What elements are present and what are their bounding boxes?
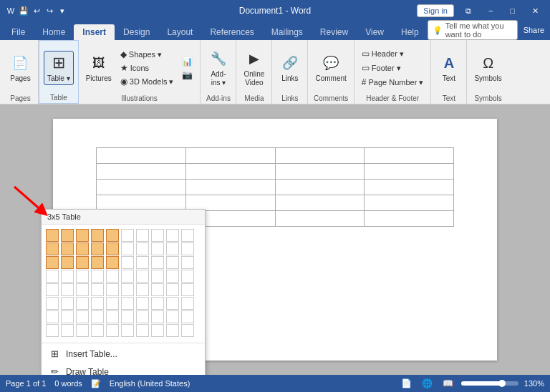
table-grid-cell[interactable] xyxy=(121,242,134,255)
tell-me-input[interactable]: 💡 Tell me what you want to do xyxy=(428,20,518,40)
table-grid-cell[interactable] xyxy=(106,310,119,323)
table-grid-cell[interactable] xyxy=(151,324,164,337)
links-button[interactable]: 🔗 Links xyxy=(277,52,303,84)
share-button[interactable]: Share xyxy=(524,26,544,34)
table-grid-cell[interactable] xyxy=(121,297,134,310)
table-grid-cell[interactable] xyxy=(136,256,149,269)
table-grid-cell[interactable] xyxy=(106,256,119,269)
table-grid-cell[interactable] xyxy=(76,297,89,310)
tab-insert[interactable]: Insert xyxy=(74,24,115,40)
table-grid-cell[interactable] xyxy=(91,283,104,296)
table-grid-cell[interactable] xyxy=(76,270,89,283)
tab-layout[interactable]: Layout xyxy=(158,24,201,40)
table-grid-cell[interactable] xyxy=(106,297,119,310)
sign-in-button[interactable]: Sign in xyxy=(417,4,454,17)
table-grid-cell[interactable] xyxy=(76,256,89,269)
table-grid-cell[interactable] xyxy=(61,324,74,337)
table-grid-cell[interactable] xyxy=(166,229,179,242)
tab-help[interactable]: Help xyxy=(392,24,428,40)
table-grid-cell[interactable] xyxy=(121,310,134,323)
table-grid-cell[interactable] xyxy=(46,297,59,310)
table-grid-cell[interactable] xyxy=(76,324,89,337)
table-grid-cell[interactable] xyxy=(76,283,89,296)
table-grid-cell[interactable] xyxy=(106,283,119,296)
table-grid-cell[interactable] xyxy=(151,229,164,242)
draw-table-item[interactable]: ✏ Draw Table xyxy=(42,363,205,375)
text-button[interactable]: A Text xyxy=(436,52,462,84)
table-grid-cell[interactable] xyxy=(76,229,89,242)
table-grid-cell[interactable] xyxy=(106,229,119,242)
table-grid-cell[interactable] xyxy=(181,229,194,242)
table-grid-cell[interactable] xyxy=(181,324,194,337)
maximize-button[interactable]: □ xyxy=(504,5,521,16)
table-grid-cell[interactable] xyxy=(46,242,59,255)
pages-button[interactable]: 📄 Pages xyxy=(7,52,33,84)
table-grid-cell[interactable] xyxy=(91,310,104,323)
table-grid-cell[interactable] xyxy=(136,297,149,310)
table-grid-cell[interactable] xyxy=(181,242,194,255)
insert-table-item[interactable]: ⊞ Insert Table... xyxy=(42,345,205,363)
tab-view[interactable]: View xyxy=(357,24,392,40)
table-grid-cell[interactable] xyxy=(106,242,119,255)
table-grid-cell[interactable] xyxy=(136,283,149,296)
zoom-bar[interactable] xyxy=(461,381,518,386)
table-button[interactable]: ⊞ Table ▾ xyxy=(44,51,74,85)
table-grid-cell[interactable] xyxy=(166,270,179,283)
table-grid-cell[interactable] xyxy=(136,270,149,283)
chart-button[interactable]: 📊 xyxy=(179,55,196,68)
table-grid-cell[interactable] xyxy=(91,242,104,255)
table-grid-cell[interactable] xyxy=(136,229,149,242)
table-grid-cell[interactable] xyxy=(136,310,149,323)
tab-review[interactable]: Review xyxy=(312,24,357,40)
table-grid-cell[interactable] xyxy=(106,270,119,283)
table-grid-cell[interactable] xyxy=(151,310,164,323)
table-grid-cell[interactable] xyxy=(61,283,74,296)
print-layout-btn[interactable]: 📄 xyxy=(399,378,414,389)
online-video-button[interactable]: ▶ OnlineVideo xyxy=(241,47,268,89)
symbols-button[interactable]: Ω Symbols xyxy=(471,52,504,84)
table-grid-cell[interactable] xyxy=(136,242,149,255)
table-grid-cell[interactable] xyxy=(166,256,179,269)
table-grid-cell[interactable] xyxy=(61,270,74,283)
tab-file[interactable]: File xyxy=(3,24,34,40)
pictures-button[interactable]: 🖼 Pictures xyxy=(83,52,115,84)
qa-more-icon[interactable]: ▾ xyxy=(57,6,67,16)
table-grid-cell[interactable] xyxy=(151,256,164,269)
table-grid-cell[interactable] xyxy=(46,310,59,323)
table-grid-cell[interactable] xyxy=(181,297,194,310)
undo-icon[interactable]: ↩ xyxy=(32,6,42,16)
table-grid-cell[interactable] xyxy=(166,324,179,337)
restore-button[interactable]: ⧉ xyxy=(460,5,477,17)
table-grid-cell[interactable] xyxy=(151,297,164,310)
table-grid-cell[interactable] xyxy=(166,242,179,255)
read-mode-btn[interactable]: 📖 xyxy=(440,378,455,389)
table-grid-cell[interactable] xyxy=(61,310,74,323)
table-grid-cell[interactable] xyxy=(76,310,89,323)
tab-references[interactable]: References xyxy=(201,24,262,40)
table-grid-cell[interactable] xyxy=(46,256,59,269)
table-grid-cell[interactable] xyxy=(61,297,74,310)
tab-mailings[interactable]: Mailings xyxy=(263,24,312,40)
table-grid-cell[interactable] xyxy=(106,324,119,337)
table-grid-cell[interactable] xyxy=(76,242,89,255)
table-grid-cell[interactable] xyxy=(181,310,194,323)
table-grid-cell[interactable] xyxy=(61,242,74,255)
3d-models-button[interactable]: ◉ 3D Models ▾ xyxy=(117,75,177,88)
table-grid-cell[interactable] xyxy=(121,256,134,269)
web-layout-btn[interactable]: 🌐 xyxy=(420,378,435,389)
minimize-button[interactable]: − xyxy=(483,5,498,16)
tab-design[interactable]: Design xyxy=(115,24,158,40)
table-grid-cell[interactable] xyxy=(151,270,164,283)
table-grid-cell[interactable] xyxy=(91,297,104,310)
shapes-button[interactable]: ◆ Shapes ▾ xyxy=(117,48,177,61)
table-grid-cell[interactable] xyxy=(181,270,194,283)
footer-button[interactable]: ▭ Footer ▾ xyxy=(359,62,427,74)
table-grid-cell[interactable] xyxy=(121,229,134,242)
table-grid-cell[interactable] xyxy=(91,256,104,269)
table-grid-cell[interactable] xyxy=(151,283,164,296)
table-grid-cell[interactable] xyxy=(121,324,134,337)
table-grid-cell[interactable] xyxy=(46,283,59,296)
table-grid-cell[interactable] xyxy=(121,270,134,283)
table-grid-cell[interactable] xyxy=(91,270,104,283)
table-grid-cell[interactable] xyxy=(166,310,179,323)
